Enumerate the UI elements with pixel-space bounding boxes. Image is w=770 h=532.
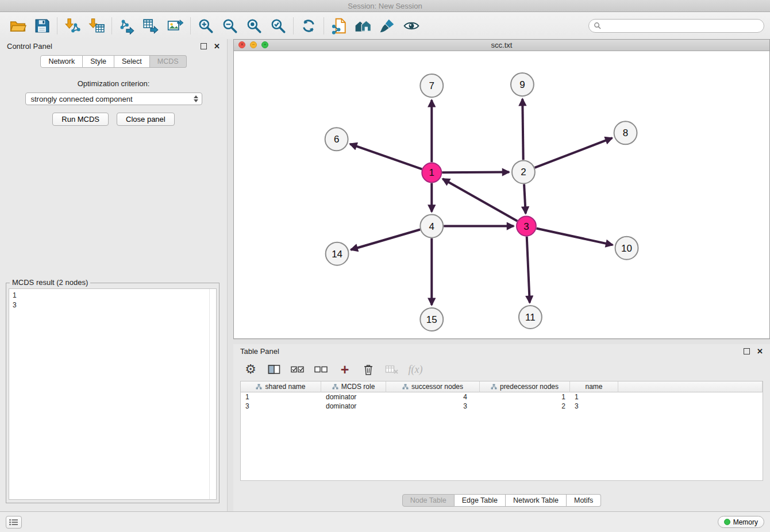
zoom-in-button[interactable] (194, 14, 218, 38)
tab-select[interactable]: Select (114, 55, 150, 68)
network-node[interactable]: 3 (517, 217, 536, 236)
tab-node-table[interactable]: Node Table (402, 494, 455, 507)
network-node[interactable]: 10 (615, 237, 638, 260)
homes-button[interactable] (351, 14, 375, 38)
dropdown-arrows-icon (194, 95, 198, 102)
show-graphics-details-button[interactable] (399, 14, 424, 38)
window-close-icon[interactable]: ✕ (238, 41, 245, 48)
cell-shared-name[interactable]: 3 (241, 402, 321, 411)
close-panel-icon[interactable]: ✕ (214, 43, 220, 50)
network-edge[interactable] (527, 237, 530, 303)
column-header-name[interactable]: name (570, 381, 618, 392)
network-node[interactable]: 7 (420, 74, 443, 97)
float-panel-icon[interactable] (201, 43, 207, 49)
cell-shared-name[interactable]: 1 (241, 392, 321, 402)
close-table-panel-icon[interactable]: ✕ (757, 348, 763, 355)
unselect-all-columns-button[interactable] (314, 363, 328, 376)
network-document-button[interactable] (327, 14, 351, 38)
function-builder-button[interactable]: f(x) (409, 363, 422, 376)
save-session-button[interactable] (30, 14, 54, 38)
network-node-label: 3 (523, 221, 529, 232)
search-box[interactable] (588, 19, 764, 33)
tab-edge-table[interactable]: Edge Table (455, 494, 506, 507)
network-edge[interactable] (350, 144, 422, 169)
column-header-successor-nodes[interactable]: successor nodes (386, 381, 480, 392)
network-edge[interactable] (351, 229, 421, 249)
cell-name[interactable]: 1 (570, 392, 618, 402)
network-node[interactable]: 11 (519, 306, 542, 329)
cell-mcds-role[interactable]: dominator (321, 402, 386, 411)
network-edge[interactable] (534, 138, 612, 168)
cell-predecessor-nodes[interactable]: 1 (480, 392, 570, 402)
run-mcds-button[interactable]: Run MCDS (52, 113, 109, 126)
memory-label: Memory (733, 518, 758, 526)
network-graph[interactable]: 7968124314101511 (234, 51, 769, 338)
delete-table-button[interactable] (385, 363, 399, 376)
network-node[interactable]: 1 (422, 163, 441, 182)
network-edge[interactable] (524, 184, 526, 213)
search-input[interactable] (604, 21, 759, 30)
table-row[interactable]: 3 dominator 3 2 3 (241, 402, 763, 411)
trash-icon (362, 363, 375, 376)
cell-successor-nodes[interactable]: 4 (386, 392, 480, 402)
tab-mcds[interactable]: MCDS (150, 55, 187, 68)
export-image-button[interactable] (163, 14, 187, 38)
network-node[interactable]: 4 (420, 215, 443, 238)
network-edge[interactable] (442, 179, 517, 221)
network-node[interactable]: 15 (420, 308, 443, 331)
show-panel-list-button[interactable] (6, 516, 22, 529)
network-canvas[interactable]: 7968124314101511 (234, 51, 769, 338)
column-header-mcds-role[interactable]: MCDS role (321, 381, 386, 392)
window-minimize-icon[interactable]: − (250, 41, 257, 48)
window-zoom-icon[interactable]: + (261, 41, 268, 48)
float-table-panel-icon[interactable] (744, 348, 750, 354)
paintbrush-button[interactable] (375, 14, 399, 38)
open-session-button[interactable] (6, 14, 30, 38)
zoom-selected-button[interactable] (266, 14, 290, 38)
tab-motifs[interactable]: Motifs (567, 494, 601, 507)
export-table-button[interactable] (139, 14, 163, 38)
close-panel-button[interactable]: Close panel (117, 113, 175, 126)
show-columns-button[interactable] (267, 363, 281, 376)
tab-network-table[interactable]: Network Table (506, 494, 567, 507)
column-header-predecessor-nodes[interactable]: predecessor nodes (480, 381, 570, 392)
search-icon (594, 22, 601, 29)
zoom-fit-button[interactable] (242, 14, 266, 38)
apply-layout-button[interactable] (297, 14, 321, 38)
tab-style[interactable]: Style (83, 55, 114, 68)
mcds-result-list[interactable]: 1 3 (9, 288, 217, 500)
cell-mcds-role[interactable]: dominator (321, 392, 386, 402)
network-edge[interactable] (522, 99, 523, 160)
table-settings-button[interactable]: ⚙ (244, 363, 257, 376)
column-type-icon (256, 384, 262, 390)
cell-predecessor-nodes[interactable]: 2 (480, 402, 570, 411)
table-row[interactable]: 1 dominator 4 1 1 (241, 392, 763, 402)
memory-button[interactable]: Memory (718, 516, 764, 528)
zoom-out-button[interactable] (218, 14, 242, 38)
tab-network[interactable]: Network (40, 55, 83, 68)
import-network-button[interactable] (60, 14, 84, 38)
import-table-button[interactable] (84, 14, 109, 38)
cell-successor-nodes[interactable]: 3 (386, 402, 480, 411)
horizontal-splitter[interactable] (233, 339, 770, 344)
status-bar: Memory (0, 511, 770, 532)
delete-column-button[interactable] (361, 363, 375, 376)
network-node[interactable]: 2 (512, 160, 535, 183)
main-area: Control Panel ✕ Network Style Select MCD… (0, 39, 770, 511)
select-all-columns-button[interactable] (291, 363, 305, 376)
vertical-splitter[interactable] (227, 39, 233, 511)
criterion-dropdown[interactable]: strongly connected component (25, 92, 202, 105)
cell-name[interactable]: 3 (570, 402, 618, 411)
main-toolbar (0, 12, 770, 40)
network-edge[interactable] (536, 228, 613, 245)
mcds-result-title: MCDS result (2 nodes) (10, 278, 90, 287)
network-edge[interactable] (442, 172, 509, 173)
network-node[interactable]: 14 (326, 242, 349, 265)
export-network-button[interactable] (115, 14, 139, 38)
network-node[interactable]: 8 (614, 121, 637, 144)
create-column-button[interactable]: + (338, 363, 352, 376)
network-node[interactable]: 9 (511, 73, 534, 96)
network-node[interactable]: 6 (325, 128, 348, 151)
node-table: shared name MCDS role successor nodes (240, 381, 763, 481)
column-header-shared-name[interactable]: shared name (241, 381, 321, 392)
